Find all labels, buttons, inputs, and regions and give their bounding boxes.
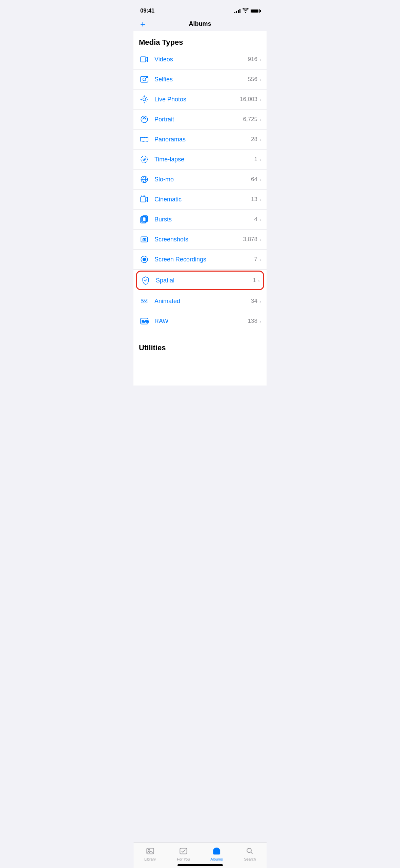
portrait-count: 6,725 xyxy=(243,116,257,123)
screenshot-icon xyxy=(139,234,150,245)
screen-recording-icon xyxy=(139,254,150,265)
videos-chevron: › xyxy=(259,57,261,62)
slo-mo-chevron: › xyxy=(259,177,261,182)
spatial-icon xyxy=(140,275,151,286)
svg-point-4 xyxy=(143,98,146,101)
panoramas-chevron: › xyxy=(259,137,261,142)
slo-mo-label: Slo-mo xyxy=(154,176,251,183)
screenshots-count: 3,878 xyxy=(243,236,257,243)
video-icon xyxy=(139,54,150,65)
svg-text:RAW: RAW xyxy=(142,319,149,323)
spatial-chevron: › xyxy=(258,278,260,283)
panoramas-count: 28 xyxy=(251,136,257,143)
cinematic-count: 13 xyxy=(251,196,257,203)
screenshots-label: Screenshots xyxy=(154,236,243,243)
utilities-title: Utilities xyxy=(139,343,166,352)
cinematic-icon xyxy=(139,194,150,205)
burst-icon xyxy=(139,214,150,225)
timelapse-icon xyxy=(139,154,150,165)
time-lapse-count: 1 xyxy=(254,156,257,163)
page-title: Albums xyxy=(189,20,211,27)
screenshots-chevron: › xyxy=(259,237,261,242)
list-item-selfies[interactable]: Selfies 556 › xyxy=(133,70,267,90)
panoramas-label: Panoramas xyxy=(154,136,251,143)
list-item-spatial[interactable]: Spatial 1 › xyxy=(136,271,264,290)
raw-label: RAW xyxy=(154,318,248,325)
time-lapse-chevron: › xyxy=(259,157,261,162)
raw-count: 138 xyxy=(248,318,257,324)
screen-recordings-label: Screen Recordings xyxy=(154,256,254,263)
list-item-portrait[interactable]: Portrait 6,725 › xyxy=(133,110,267,130)
media-types-section-header: Media Types xyxy=(133,31,267,50)
time-lapse-label: Time-lapse xyxy=(154,156,254,163)
battery-icon xyxy=(251,9,260,13)
selfie-icon xyxy=(139,74,150,85)
list-item-screen-recordings[interactable]: Screen Recordings 7 › xyxy=(133,250,267,270)
list-item-cinematic[interactable]: Cinematic 13 › xyxy=(133,190,267,210)
videos-label: Videos xyxy=(154,56,248,63)
list-item-panoramas[interactable]: Panoramas 28 › xyxy=(133,130,267,150)
svg-point-5 xyxy=(142,97,147,102)
list-item-slo-mo[interactable]: Slo-mo 64 › xyxy=(133,170,267,190)
svg-rect-0 xyxy=(141,57,146,62)
slomo-icon xyxy=(139,174,150,185)
list-item-videos[interactable]: Videos 916 › xyxy=(133,50,267,70)
list-item-raw[interactable]: RAW RAW 138 › xyxy=(133,311,267,331)
raw-icon: RAW xyxy=(139,316,150,327)
animated-label: Animated xyxy=(154,298,251,305)
list-item-live-photos[interactable]: Live Photos 16,003 › xyxy=(133,90,267,110)
utilities-section-header: Utilities xyxy=(133,337,267,355)
svg-point-2 xyxy=(143,78,146,81)
svg-point-16 xyxy=(144,159,145,160)
selfies-chevron: › xyxy=(259,77,261,82)
signal-icon xyxy=(234,8,240,13)
portrait-label: Portrait xyxy=(154,116,243,123)
list-item-animated[interactable]: Animated 34 › xyxy=(133,291,267,311)
spatial-count: 1 xyxy=(253,277,256,284)
svg-point-11 xyxy=(144,118,145,119)
list-item-screenshots[interactable]: Screenshots 3,878 › xyxy=(133,230,267,250)
media-types-title: Media Types xyxy=(139,38,183,46)
status-bar: 09:41 xyxy=(133,0,267,17)
animated-chevron: › xyxy=(259,298,261,304)
list-item-time-lapse[interactable]: Time-lapse 1 › xyxy=(133,150,267,170)
selfies-count: 556 xyxy=(248,76,257,83)
selfies-label: Selfies xyxy=(154,76,248,83)
live-photos-label: Live Photos xyxy=(154,96,240,103)
spatial-label: Spatial xyxy=(156,277,253,284)
status-time: 09:41 xyxy=(140,7,154,14)
status-icons xyxy=(234,8,260,14)
svg-point-3 xyxy=(146,77,147,78)
live-photos-count: 16,003 xyxy=(240,96,257,103)
animated-count: 34 xyxy=(251,298,257,304)
svg-point-10 xyxy=(141,116,148,123)
bursts-label: Bursts xyxy=(154,216,254,223)
svg-point-28 xyxy=(144,239,145,240)
cinematic-label: Cinematic xyxy=(154,196,251,203)
add-button[interactable]: + xyxy=(140,20,145,28)
content-area: Media Types Videos 916 › Selfies 556 › xyxy=(133,31,267,386)
animated-icon xyxy=(139,296,150,307)
svg-point-30 xyxy=(143,258,146,261)
svg-rect-19 xyxy=(141,197,146,202)
cinematic-chevron: › xyxy=(259,197,261,202)
live-photo-icon xyxy=(139,94,150,105)
wifi-icon xyxy=(243,8,249,14)
portrait-icon xyxy=(139,114,150,125)
screen-recordings-chevron: › xyxy=(259,257,261,262)
list-item-bursts[interactable]: Bursts 4 › xyxy=(133,210,267,230)
videos-count: 916 xyxy=(248,56,257,63)
bursts-count: 4 xyxy=(254,216,257,223)
slo-mo-count: 64 xyxy=(251,176,257,183)
panorama-icon xyxy=(139,134,150,145)
portrait-chevron: › xyxy=(259,117,261,122)
raw-chevron: › xyxy=(259,318,261,324)
screen-recordings-count: 7 xyxy=(254,256,257,263)
nav-header: + Albums xyxy=(133,17,267,31)
live-photos-chevron: › xyxy=(259,97,261,102)
bursts-chevron: › xyxy=(259,217,261,222)
